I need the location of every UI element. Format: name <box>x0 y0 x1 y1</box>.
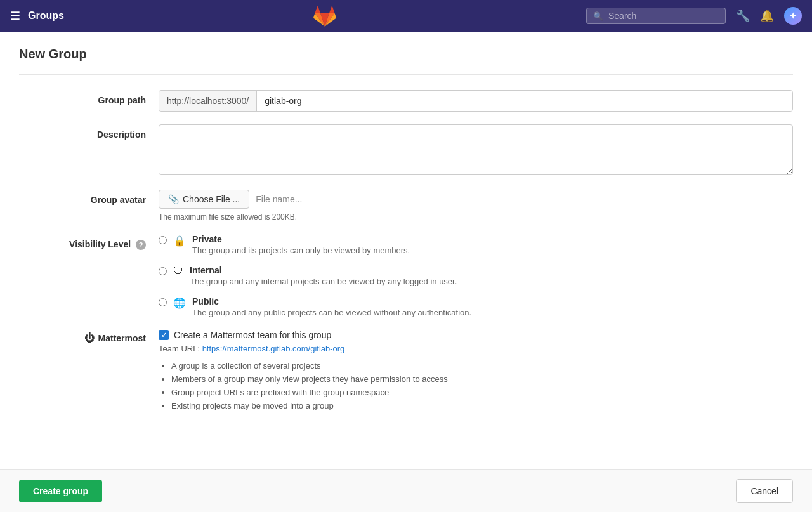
search-box[interactable]: 🔍 <box>586 8 726 24</box>
info-item-3: Group project URLs are prefixed with the… <box>171 388 793 397</box>
shield-icon: 🛡 <box>173 266 183 277</box>
internal-desc: The group and any internal projects can … <box>190 277 457 286</box>
group-path-label: Group path <box>19 90 159 105</box>
file-size-note: The maximum file size allowed is 200KB. <box>159 213 793 221</box>
team-url-prefix: Team URL: <box>159 344 202 353</box>
mattermost-icon: ⏻ <box>84 332 95 344</box>
mattermost-content: Create a Mattermost team for this group … <box>159 330 793 414</box>
visibility-private-radio[interactable] <box>159 236 167 244</box>
visibility-row: Visibility Level ? 🔒 Private The group a… <box>19 234 793 317</box>
visibility-private-text: Private The group and its projects can o… <box>192 234 410 255</box>
avatar-icon: ✦ <box>789 11 797 21</box>
choose-file-button[interactable]: 📎 Choose File ... <box>159 190 249 209</box>
group-path-field: http://localhost:3000/ <box>159 90 793 112</box>
group-path-input[interactable] <box>257 91 792 111</box>
page-title: New Group <box>19 47 793 62</box>
avatar-controls: 📎 Choose File ... File name... <box>159 190 793 209</box>
info-list: A group is a collection of several proje… <box>159 361 793 410</box>
info-item-2: Members of a group may only view project… <box>171 374 793 384</box>
divider <box>19 74 793 75</box>
mattermost-checkbox-row: Create a Mattermost team for this group <box>159 330 793 340</box>
navbar-center <box>64 4 586 27</box>
file-name-placeholder: File name... <box>256 194 302 204</box>
navbar-right: 🔍 🔧 🔔 ✦ <box>586 7 802 25</box>
avatar[interactable]: ✦ <box>784 7 802 25</box>
private-label: Private <box>192 234 410 244</box>
create-group-button[interactable]: Create group <box>19 480 102 493</box>
group-path-row: Group path http://localhost:3000/ <box>19 90 793 112</box>
mattermost-label: Mattermost <box>98 333 146 343</box>
globe-icon: 🌐 <box>173 297 186 309</box>
internal-label: Internal <box>190 265 457 275</box>
hamburger-icon[interactable]: ☰ <box>10 9 20 23</box>
mattermost-checkbox-label: Create a Mattermost team for this group <box>174 330 331 340</box>
description-textarea[interactable] <box>159 124 793 175</box>
navbar-left: ☰ Groups <box>10 9 64 23</box>
visibility-options: 🔒 Private The group and its projects can… <box>159 234 793 317</box>
visibility-public-radio[interactable] <box>159 298 167 306</box>
mattermost-row: ⏻ Mattermost Create a Mattermost team fo… <box>19 330 793 414</box>
bell-icon[interactable]: 🔔 <box>760 9 774 23</box>
visibility-internal-radio[interactable] <box>159 267 167 275</box>
visibility-label-container: Visibility Level ? <box>19 234 159 250</box>
visibility-public-text: Public The group and any public projects… <box>192 296 471 317</box>
wrench-icon[interactable]: 🔧 <box>736 9 750 23</box>
choose-file-label: Choose File ... <box>183 194 240 204</box>
navbar: ☰ Groups 🔍 🔧 🔔 ✦ <box>0 0 812 32</box>
visibility-public: 🌐 Public The group and any public projec… <box>159 296 793 317</box>
mattermost-label-area: ⏻ Mattermost <box>19 330 159 344</box>
team-url: Team URL: https://mattermost.gitlab.com/… <box>159 344 793 353</box>
path-prefix: http://localhost:3000/ <box>159 91 257 111</box>
main-content: New Group Group path http://localhost:30… <box>0 32 812 493</box>
visibility-field: 🔒 Private The group and its projects can… <box>159 234 793 317</box>
avatar-label: Group avatar <box>19 190 159 205</box>
paperclip-icon: 📎 <box>168 194 179 204</box>
form-footer: Create group Cancel <box>0 469 812 493</box>
info-item-1: A group is a collection of several proje… <box>171 361 793 371</box>
search-icon: 🔍 <box>593 11 603 21</box>
visibility-private: 🔒 Private The group and its projects can… <box>159 234 793 255</box>
private-desc: The group and its projects can only be v… <box>192 246 410 255</box>
lock-icon: 🔒 <box>173 235 186 247</box>
cancel-button[interactable]: Cancel <box>736 479 793 493</box>
group-path-wrapper: http://localhost:3000/ <box>159 90 793 112</box>
search-input[interactable] <box>608 11 719 21</box>
avatar-field: 📎 Choose File ... File name... The maxim… <box>159 190 793 221</box>
public-label: Public <box>192 296 471 306</box>
public-desc: The group and any public projects can be… <box>192 308 471 317</box>
visibility-label: Visibility Level <box>69 239 131 249</box>
description-field <box>159 124 793 177</box>
visibility-internal-text: Internal The group and any internal proj… <box>190 265 457 286</box>
team-url-link[interactable]: https://mattermost.gitlab.com/gitlab-org <box>202 344 345 353</box>
description-label: Description <box>19 124 159 140</box>
gitlab-logo <box>313 4 336 27</box>
avatar-row: Group avatar 📎 Choose File ... File name… <box>19 190 793 221</box>
info-item-4: Existing projects may be moved into a gr… <box>171 401 793 410</box>
description-row: Description <box>19 124 793 177</box>
nav-brand[interactable]: Groups <box>28 10 64 22</box>
visibility-help-icon[interactable]: ? <box>136 240 146 250</box>
visibility-internal: 🛡 Internal The group and any internal pr… <box>159 265 793 286</box>
mattermost-checkbox[interactable] <box>159 330 169 340</box>
